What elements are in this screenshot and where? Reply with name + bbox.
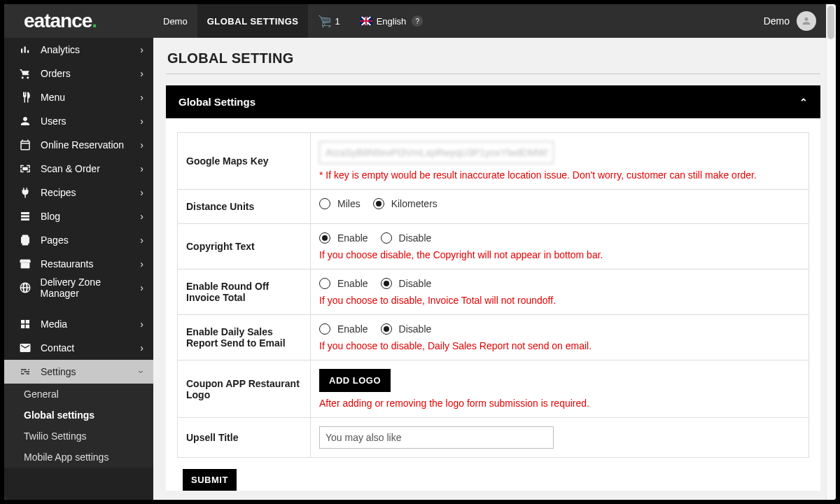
form-row: Upsell Title (178, 418, 808, 458)
radio-disable[interactable] (381, 278, 392, 289)
sidebar-item-contact[interactable]: Contact› (4, 336, 153, 360)
topnav-language[interactable]: English? (350, 4, 433, 38)
field-hint: If you choose disable, the Copyright wil… (319, 249, 800, 260)
chevron-right-icon: › (140, 187, 144, 198)
sidebar-item-label: Blog (41, 211, 60, 222)
calendar-icon (17, 139, 34, 151)
sidebar-sub-mobile-app-settings[interactable]: Mobile App settings (4, 447, 153, 468)
field-label: Copyright Text (178, 224, 311, 269)
field-label: Upsell Title (178, 418, 311, 457)
sidebar-sub-global-settings[interactable]: Global settings (4, 405, 153, 426)
sidebar-item-scan-order[interactable]: Scan & Order› (4, 157, 153, 181)
chevron-right-icon: › (140, 139, 144, 150)
chevron-right-icon: › (140, 211, 144, 222)
radio-disable[interactable] (381, 232, 392, 244)
sidebar-item-analytics[interactable]: Analytics› (4, 38, 153, 62)
sidebar-item-label: Restaurants (41, 258, 93, 270)
form-row: Distance UnitsMilesKilometers (178, 190, 808, 224)
submit-button[interactable]: SUBMIT (183, 469, 237, 491)
top-right: Demo (764, 11, 836, 31)
field-cell: EnableDisableIf you choose disable, the … (311, 224, 808, 269)
radio-kilometers[interactable] (373, 198, 384, 209)
sidebar-item-users[interactable]: Users› (4, 109, 153, 133)
avatar-icon (801, 15, 812, 27)
google-maps-key-input[interactable] (319, 141, 554, 164)
field-cell: ADD LOGOAfter adding or removing the log… (311, 360, 808, 417)
sidebar-item-settings[interactable]: Settings› (4, 360, 153, 384)
form-row: Enable Daily Sales Report Send to EmailE… (178, 315, 808, 360)
sidebar-item-restaurants[interactable]: Restaurants› (4, 252, 153, 276)
sidebar-item-menu[interactable]: Menu› (4, 85, 153, 109)
avatar[interactable] (797, 11, 816, 31)
sidebar-item-orders[interactable]: Orders› (4, 62, 153, 85)
chevron-right-icon: › (140, 115, 144, 127)
add-logo-button[interactable]: ADD LOGO (319, 369, 391, 392)
field-cell: * If key is empty would be result inaccu… (311, 133, 808, 189)
field-label: Coupon APP Restaurant Logo (178, 360, 311, 417)
radio-label: Enable (337, 232, 368, 244)
scrollbar-thumb[interactable] (827, 6, 834, 39)
chevron-right-icon: › (136, 370, 148, 373)
sidebar: Analytics›Orders›Menu›Users›Online Reser… (4, 38, 153, 500)
radio-disable[interactable] (381, 323, 392, 335)
sidebar-item-label: Orders (41, 68, 71, 79)
sidebar-sub-general[interactable]: General (4, 384, 153, 405)
logo-text: eatance (24, 10, 92, 32)
field-cell (311, 418, 808, 457)
radio-label: Enable (337, 278, 368, 289)
sidebar-item-blog[interactable]: Blog› (4, 204, 153, 228)
sidebar-item-label: Users (41, 115, 66, 127)
chevron-right-icon: › (140, 234, 144, 246)
topnav-demo[interactable]: Demo (153, 4, 197, 38)
pages-icon (17, 234, 34, 246)
field-hint: * If key is empty would be result inaccu… (319, 169, 800, 181)
topnav-global-settings[interactable]: GLOBAL SETTINGS (197, 4, 309, 38)
store-icon (17, 258, 34, 270)
topnav-cart[interactable]: 🛒1 (308, 4, 349, 38)
sidebar-item-label: Settings (41, 366, 76, 377)
settings-icon (17, 365, 34, 378)
panel-header[interactable]: Global Settings ⌃ (166, 85, 820, 118)
field-hint: If you choose to disable, Daily Sales Re… (319, 340, 800, 351)
radio-label: Disable (399, 323, 432, 335)
language-label: English (377, 16, 407, 27)
chevron-right-icon: › (140, 44, 144, 55)
user-label[interactable]: Demo (764, 15, 790, 27)
radio-enable[interactable] (319, 278, 330, 289)
sidebar-sub-twilio-settings[interactable]: Twilio Settings (4, 426, 153, 447)
sidebar-item-media[interactable]: Media› (4, 312, 153, 336)
upsell-title-input[interactable] (319, 426, 554, 449)
radio-label: Kilometers (391, 198, 438, 209)
sidebar-item-label: Delivery Zone Manager (41, 276, 141, 299)
field-hint: If you choose to disable, Invoice Total … (319, 295, 800, 306)
chevron-right-icon: › (140, 318, 144, 330)
radio-miles[interactable] (319, 198, 330, 209)
radio-label: Disable (399, 278, 432, 289)
radio-label: Miles (337, 198, 360, 209)
chevron-right-icon: › (140, 163, 144, 174)
sidebar-item-delivery-zone-manager[interactable]: Delivery Zone Manager› (4, 276, 153, 300)
radio-enable[interactable] (319, 232, 330, 244)
logo[interactable]: eatance. (4, 10, 153, 32)
flag-uk-icon (360, 17, 372, 25)
field-hint: After adding or removing the logo form s… (319, 398, 800, 409)
panel-title: Global Settings (178, 96, 255, 108)
form-table: Google Maps Key* If key is empty would b… (177, 132, 809, 458)
sidebar-item-recipes[interactable]: Recipes› (4, 181, 153, 204)
page-title: GLOBAL SETTING (166, 48, 820, 74)
sidebar-item-label: Menu (41, 92, 65, 103)
menu-icon (17, 91, 34, 104)
field-label: Google Maps Key (178, 133, 311, 189)
sidebar-item-label: Scan & Order (41, 163, 100, 174)
sidebar-item-pages[interactable]: Pages› (4, 228, 153, 252)
form-row: Enable Round Off Invoice TotalEnableDisa… (178, 270, 808, 315)
main-content: GLOBAL SETTING Global Settings ⌃ Google … (153, 38, 836, 500)
sidebar-item-label: Analytics (41, 44, 80, 55)
radio-enable[interactable] (319, 323, 330, 335)
cart-icon (17, 67, 34, 80)
help-icon[interactable]: ? (412, 15, 423, 27)
form-row: Coupon APP Restaurant LogoADD LOGOAfter … (178, 360, 808, 418)
form-row: Google Maps Key* If key is empty would b… (178, 133, 808, 190)
sidebar-item-online-reservation[interactable]: Online Reservation› (4, 133, 153, 157)
sidebar-item-label: Media (41, 318, 67, 330)
